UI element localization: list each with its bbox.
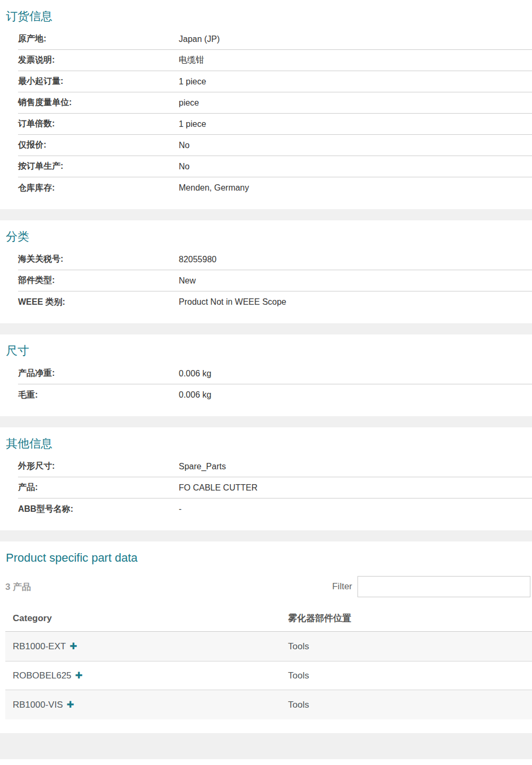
spec-row-quotation-only: 仅报价: No — [18, 135, 532, 156]
spec-value: Spare_Parts — [179, 462, 226, 471]
section-divider — [0, 416, 532, 427]
category-cell: ROBOBEL625 ✚ — [5, 671, 288, 681]
product-count: 3 产品 — [5, 581, 31, 593]
spec-label: 海关关税号: — [18, 254, 179, 265]
spec-row-made-to-order: 按订单生产: No — [18, 156, 532, 177]
spec-label: 产品: — [18, 482, 179, 493]
spec-row-form-factor: 外形尺寸: Spare_Parts — [18, 456, 532, 477]
spec-label: 发票说明: — [18, 55, 179, 66]
expand-plus-icon[interactable]: ✚ — [69, 642, 77, 651]
part-data-table: Category 雾化器部件位置 RB1000-EXT ✚ Tools ROBO… — [5, 605, 532, 719]
product-detail-page: 订货信息 原产地: Japan (JP) 发票说明: 电缆钳 最小起订量: 1 … — [0, 0, 532, 759]
expand-plus-icon[interactable]: ✚ — [67, 700, 74, 709]
spec-row-net-weight: 产品净重: 0.006 kg — [18, 363, 532, 384]
filter-label: Filter — [332, 581, 352, 592]
category-name: RB1000-VIS — [13, 700, 63, 710]
other-info-title: 其他信息 — [0, 427, 532, 456]
section-dimensions: 尺寸 产品净重: 0.006 kg 毛重: 0.006 kg — [0, 334, 532, 416]
spec-label: 按订单生产: — [18, 161, 179, 172]
classification-rows: 海关关税号: 82055980 部件类型: New WEEE 类别: Produ… — [18, 249, 532, 323]
spec-row-origin: 原产地: Japan (JP) — [18, 29, 532, 50]
spec-row-order-multiple: 订单倍数: 1 piece — [18, 114, 532, 135]
filter-group: Filter — [332, 576, 530, 597]
section-other-info: 其他信息 外形尺寸: Spare_Parts 产品: FO CABLE CUTT… — [0, 427, 532, 530]
column-header-location: 雾化器部件位置 — [288, 612, 532, 624]
table-row: RB1000-EXT ✚ Tools — [5, 632, 532, 661]
spec-value: 0.006 kg — [179, 390, 211, 400]
table-row: RB1000-VIS ✚ Tools — [5, 690, 532, 719]
spec-row-minimum-order-qty: 最小起订量: 1 piece — [18, 71, 532, 92]
spec-row-part-type: 部件类型: New — [18, 270, 532, 291]
spec-row-weee-category: WEEE 类别: Product Not in WEEE Scope — [18, 291, 532, 313]
spec-label: 外形尺寸: — [18, 461, 179, 472]
column-header-category: Category — [5, 613, 288, 624]
spec-value: No — [179, 162, 189, 171]
spec-value: Japan (JP) — [179, 35, 220, 44]
spec-value: 1 piece — [179, 77, 206, 87]
location-cell: Tools — [288, 641, 532, 652]
spec-label: ABB型号名称: — [18, 504, 179, 515]
dimensions-rows: 产品净重: 0.006 kg 毛重: 0.006 kg — [18, 363, 532, 416]
classification-title: 分类 — [0, 220, 532, 249]
location-cell: Tools — [288, 700, 532, 710]
section-divider — [0, 530, 532, 541]
spec-label: 产品净重: — [18, 368, 179, 379]
spec-label: 订单倍数: — [18, 118, 179, 130]
category-name: RB1000-EXT — [13, 641, 66, 652]
spec-value: 电缆钳 — [179, 55, 204, 66]
spec-label: 部件类型: — [18, 275, 179, 286]
spec-row-customs-tariff: 海关关税号: 82055980 — [18, 249, 532, 270]
other-info-rows: 外形尺寸: Spare_Parts 产品: FO CABLE CUTTER AB… — [18, 456, 532, 530]
spec-row-abb-type-designation: ABB型号名称: - — [18, 498, 532, 520]
section-classification: 分类 海关关税号: 82055980 部件类型: New WEEE 类别: Pr… — [0, 220, 532, 323]
section-part-data: Product specific part data 3 产品 Filter C… — [0, 541, 532, 719]
spec-row-invoice-description: 发票说明: 电缆钳 — [18, 50, 532, 71]
spec-value: Product Not in WEEE Scope — [179, 297, 286, 307]
expand-plus-icon[interactable]: ✚ — [75, 671, 83, 680]
spec-row-selling-unit: 销售度量单位: piece — [18, 92, 532, 114]
filter-input[interactable] — [357, 576, 530, 597]
spec-label: 原产地: — [18, 33, 179, 45]
spec-value: 0.006 kg — [179, 369, 211, 379]
spec-value: piece — [179, 98, 199, 108]
part-data-toolbar: 3 产品 Filter — [5, 576, 530, 597]
ordering-info-rows: 原产地: Japan (JP) 发票说明: 电缆钳 最小起订量: 1 piece… — [18, 29, 532, 209]
ordering-info-title: 订货信息 — [0, 0, 532, 29]
spec-value: FO CABLE CUTTER — [179, 483, 257, 493]
location-cell: Tools — [288, 671, 532, 681]
spec-row-product: 产品: FO CABLE CUTTER — [18, 477, 532, 498]
spec-label: WEEE 类别: — [18, 297, 179, 308]
spec-value: - — [179, 504, 181, 514]
section-divider — [0, 323, 532, 334]
spec-row-gross-weight: 毛重: 0.006 kg — [18, 384, 532, 406]
table-header-row: Category 雾化器部件位置 — [5, 605, 532, 632]
spec-label: 仅报价: — [18, 140, 179, 151]
category-cell: RB1000-VIS ✚ — [5, 700, 288, 710]
category-cell: RB1000-EXT ✚ — [5, 641, 288, 652]
dimensions-title: 尺寸 — [0, 334, 532, 363]
spec-label: 最小起订量: — [18, 76, 179, 87]
part-data-title: Product specific part data — [0, 541, 532, 570]
section-divider — [0, 209, 532, 220]
spec-value: No — [179, 141, 189, 150]
spec-value: 1 piece — [179, 119, 206, 129]
table-row: ROBOBEL625 ✚ Tools — [5, 661, 532, 690]
spec-row-warehouse-stock: 仓库库存: Menden, Germany — [18, 177, 532, 199]
spec-label: 仓库库存: — [18, 183, 179, 194]
spec-label: 销售度量单位: — [18, 97, 179, 108]
spec-value: 82055980 — [179, 255, 216, 264]
category-name: ROBOBEL625 — [13, 671, 72, 681]
spec-value: Menden, Germany — [179, 183, 249, 193]
spec-label: 毛重: — [18, 390, 179, 401]
footer-band — [0, 733, 532, 759]
spec-value: New — [179, 276, 196, 286]
section-ordering-info: 订货信息 原产地: Japan (JP) 发票说明: 电缆钳 最小起订量: 1 … — [0, 0, 532, 209]
